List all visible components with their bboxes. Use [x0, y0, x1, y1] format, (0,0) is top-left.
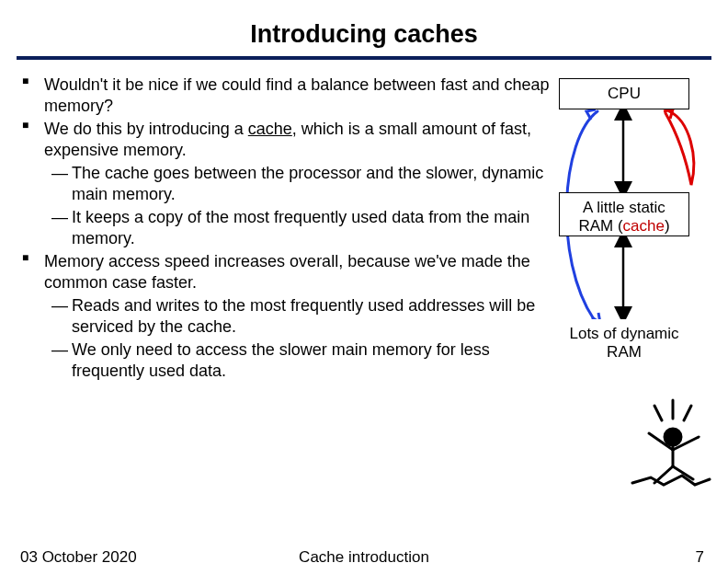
bullet-3-sub1: Reads and writes to the most frequently … [18, 295, 552, 338]
stick-figure-icon [627, 384, 711, 487]
cpu-box: CPU [559, 78, 689, 109]
bullet-2-sub2: It keeps a copy of the most frequently u… [18, 207, 552, 249]
cache-box: A little static RAM (cache) [559, 192, 689, 236]
bullet-2-sub1: The cache goes between the processor and… [18, 163, 552, 205]
diagram-column: CPU A little static RAM (cache) Lots of … [552, 75, 708, 384]
bullet-2-pre: We do this by introducing a [44, 120, 248, 138]
dram-box: Lots of dynamic RAM [559, 319, 689, 367]
bullet-3-sub2: We only need to access the slower main m… [18, 339, 552, 382]
content-area: Wouldn't it be nice if we could find a b… [0, 75, 728, 384]
title-rule [17, 56, 711, 60]
cpu-label: CPU [608, 85, 641, 102]
page-number: 7 [696, 548, 704, 563]
cache-underline: cache [248, 120, 292, 138]
bullet-3: Memory access speed increases overall, b… [18, 251, 552, 293]
footer-title: Cache introduction [0, 548, 728, 563]
bullet-2: We do this by introducing a cache, which… [18, 119, 552, 161]
cache-label-b: ) [665, 217, 670, 235]
svg-line-10 [684, 406, 691, 420]
bullet-1: Wouldn't it be nice if we could find a b… [18, 75, 552, 117]
dram-label: Lots of dynamic RAM [569, 325, 678, 361]
bullet-column: Wouldn't it be nice if we could find a b… [18, 75, 552, 384]
cache-label-red: cache [623, 217, 665, 235]
svg-point-2 [665, 429, 681, 445]
slide-title: Introducing caches [0, 0, 728, 56]
svg-line-8 [654, 406, 662, 420]
